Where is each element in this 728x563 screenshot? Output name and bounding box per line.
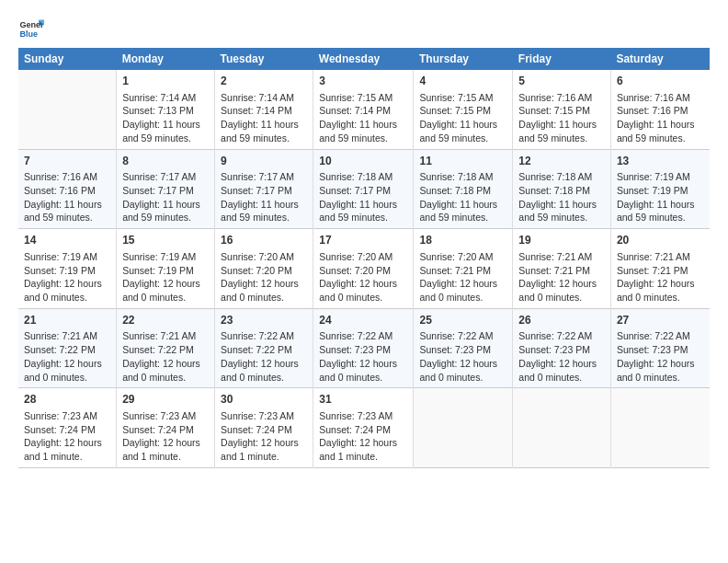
day-sunset: Sunset: 7:19 PM — [122, 265, 194, 276]
day-sunrise: Sunrise: 7:14 AM — [122, 92, 196, 103]
day-sunset: Sunset: 7:22 PM — [122, 344, 194, 355]
day-number: 10 — [319, 154, 407, 169]
day-sunset: Sunset: 7:22 PM — [24, 344, 96, 355]
day-sunset: Sunset: 7:16 PM — [24, 185, 96, 196]
day-daylight: Daylight: 11 hours and 59 minutes. — [518, 199, 597, 224]
day-sunset: Sunset: 7:14 PM — [319, 105, 391, 116]
calendar-cell — [18, 70, 117, 149]
day-daylight: Daylight: 12 hours and 0 minutes. — [122, 358, 200, 383]
day-sunrise: Sunrise: 7:15 AM — [319, 92, 392, 103]
day-sunrise: Sunrise: 7:19 AM — [24, 251, 97, 262]
day-number: 12 — [518, 154, 605, 169]
day-sunrise: Sunrise: 7:14 AM — [221, 92, 294, 103]
day-sunset: Sunset: 7:23 PM — [617, 344, 688, 355]
day-sunset: Sunset: 7:17 PM — [319, 185, 391, 196]
day-sunset: Sunset: 7:15 PM — [419, 105, 491, 116]
day-sunset: Sunset: 7:24 PM — [221, 424, 292, 435]
day-sunset: Sunset: 7:20 PM — [319, 265, 391, 276]
day-number: 31 — [319, 392, 407, 408]
day-daylight: Daylight: 11 hours and 59 minutes. — [617, 119, 695, 144]
calendar-cell: 1Sunrise: 7:14 AMSunset: 7:13 PMDaylight… — [117, 70, 215, 149]
calendar-cell: 7Sunrise: 7:16 AMSunset: 7:16 PMDaylight… — [18, 149, 117, 229]
calendar-cell: 18Sunrise: 7:20 AMSunset: 7:21 PMDayligh… — [414, 229, 513, 309]
calendar-cell: 6Sunrise: 7:16 AMSunset: 7:16 PMDaylight… — [610, 70, 710, 149]
day-number: 20 — [617, 233, 704, 248]
day-daylight: Daylight: 12 hours and 0 minutes. — [319, 278, 397, 303]
calendar-cell: 9Sunrise: 7:17 AMSunset: 7:17 PMDaylight… — [215, 149, 313, 229]
day-number: 21 — [24, 313, 110, 328]
weekday-header-sunday: Sunday — [18, 48, 117, 70]
day-sunrise: Sunrise: 7:22 AM — [617, 330, 690, 341]
weekday-header-saturday: Saturday — [610, 48, 710, 70]
day-sunrise: Sunrise: 7:21 AM — [617, 251, 690, 262]
day-number: 7 — [24, 154, 110, 169]
day-daylight: Daylight: 12 hours and 0 minutes. — [24, 278, 102, 303]
day-sunrise: Sunrise: 7:17 AM — [221, 171, 294, 182]
day-sunrise: Sunrise: 7:19 AM — [617, 171, 690, 182]
day-daylight: Daylight: 12 hours and 0 minutes. — [221, 278, 299, 303]
calendar-cell: 15Sunrise: 7:19 AMSunset: 7:19 PMDayligh… — [117, 229, 215, 309]
day-number: 18 — [419, 233, 506, 248]
day-sunset: Sunset: 7:23 PM — [518, 344, 590, 355]
day-daylight: Daylight: 12 hours and 1 minute. — [24, 437, 102, 462]
day-daylight: Daylight: 12 hours and 0 minutes. — [319, 358, 397, 383]
day-number: 19 — [518, 233, 605, 248]
day-number: 30 — [221, 392, 307, 408]
day-daylight: Daylight: 11 hours and 59 minutes. — [122, 199, 200, 224]
day-daylight: Daylight: 12 hours and 0 minutes. — [617, 358, 695, 383]
day-daylight: Daylight: 12 hours and 0 minutes. — [419, 278, 497, 303]
day-sunrise: Sunrise: 7:23 AM — [319, 410, 392, 421]
day-number: 13 — [617, 154, 704, 169]
weekday-header-row: SundayMondayTuesdayWednesdayThursdayFrid… — [18, 48, 710, 70]
day-sunset: Sunset: 7:22 PM — [221, 344, 292, 355]
calendar-cell: 30Sunrise: 7:23 AMSunset: 7:24 PMDayligh… — [215, 388, 313, 468]
day-daylight: Daylight: 12 hours and 0 minutes. — [24, 358, 102, 383]
day-sunset: Sunset: 7:13 PM — [122, 105, 194, 116]
day-number: 6 — [617, 74, 704, 89]
day-sunset: Sunset: 7:24 PM — [122, 424, 194, 435]
day-daylight: Daylight: 11 hours and 59 minutes. — [24, 199, 102, 224]
calendar-cell: 10Sunrise: 7:18 AMSunset: 7:17 PMDayligh… — [313, 149, 414, 229]
day-sunset: Sunset: 7:17 PM — [122, 185, 194, 196]
day-number: 29 — [122, 392, 209, 408]
day-sunrise: Sunrise: 7:20 AM — [419, 251, 493, 262]
day-number: 24 — [319, 313, 407, 328]
day-number: 1 — [122, 74, 209, 89]
day-sunset: Sunset: 7:23 PM — [319, 344, 391, 355]
day-number: 2 — [221, 74, 307, 89]
day-number: 14 — [24, 233, 110, 248]
calendar-cell — [610, 388, 710, 468]
day-sunrise: Sunrise: 7:17 AM — [122, 171, 196, 182]
calendar-cell: 19Sunrise: 7:21 AMSunset: 7:21 PMDayligh… — [513, 229, 611, 309]
day-sunset: Sunset: 7:21 PM — [617, 265, 688, 276]
day-sunrise: Sunrise: 7:21 AM — [24, 330, 97, 341]
day-sunrise: Sunrise: 7:20 AM — [221, 251, 294, 262]
calendar-week-row: 1Sunrise: 7:14 AMSunset: 7:13 PMDaylight… — [18, 70, 710, 149]
day-sunset: Sunset: 7:21 PM — [518, 265, 590, 276]
day-number: 9 — [221, 154, 307, 169]
calendar-cell: 16Sunrise: 7:20 AMSunset: 7:20 PMDayligh… — [215, 229, 313, 309]
day-sunset: Sunset: 7:18 PM — [518, 185, 590, 196]
day-sunset: Sunset: 7:20 PM — [221, 265, 292, 276]
day-daylight: Daylight: 12 hours and 0 minutes. — [419, 358, 497, 383]
day-sunrise: Sunrise: 7:22 AM — [518, 330, 592, 341]
day-daylight: Daylight: 11 hours and 59 minutes. — [518, 119, 597, 144]
calendar-week-row: 28Sunrise: 7:23 AMSunset: 7:24 PMDayligh… — [18, 388, 710, 468]
calendar-cell: 29Sunrise: 7:23 AMSunset: 7:24 PMDayligh… — [117, 388, 215, 468]
day-sunrise: Sunrise: 7:18 AM — [319, 171, 392, 182]
day-daylight: Daylight: 12 hours and 1 minute. — [122, 437, 200, 462]
day-sunset: Sunset: 7:18 PM — [419, 185, 491, 196]
day-daylight: Daylight: 12 hours and 0 minutes. — [617, 278, 695, 303]
day-sunset: Sunset: 7:24 PM — [24, 424, 96, 435]
calendar-cell: 23Sunrise: 7:22 AMSunset: 7:22 PMDayligh… — [215, 308, 313, 388]
day-number: 23 — [221, 313, 307, 328]
calendar-cell: 14Sunrise: 7:19 AMSunset: 7:19 PMDayligh… — [18, 229, 117, 309]
calendar-cell: 31Sunrise: 7:23 AMSunset: 7:24 PMDayligh… — [313, 388, 414, 468]
day-daylight: Daylight: 12 hours and 0 minutes. — [221, 358, 299, 383]
day-daylight: Daylight: 12 hours and 0 minutes. — [518, 278, 597, 303]
weekday-header-wednesday: Wednesday — [313, 48, 414, 70]
day-sunrise: Sunrise: 7:18 AM — [518, 171, 592, 182]
calendar-cell: 25Sunrise: 7:22 AMSunset: 7:23 PMDayligh… — [414, 308, 513, 388]
calendar-cell — [414, 388, 513, 468]
calendar-week-row: 21Sunrise: 7:21 AMSunset: 7:22 PMDayligh… — [18, 308, 710, 388]
